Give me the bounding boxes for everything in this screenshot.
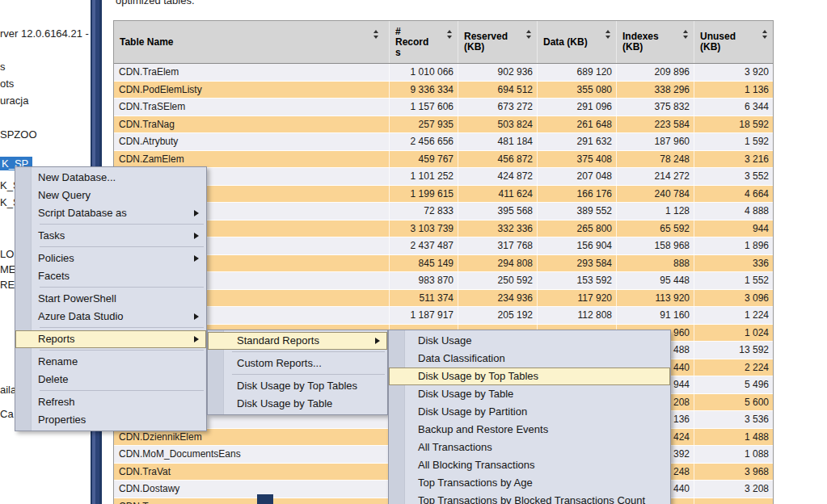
indexes-cell: 375 832: [616, 99, 694, 116]
menu-item-all-transactions[interactable]: All Transactions: [389, 439, 670, 456]
reserved-cell: 317 768: [458, 237, 537, 254]
unused-cell: 3 536: [694, 411, 773, 428]
report-intro-text: optimized tables.: [116, 0, 195, 6]
menu-item-script-database-as[interactable]: Script Database as: [15, 204, 206, 222]
menu-item-tasks[interactable]: Tasks: [15, 227, 206, 245]
tree-node-fragment[interactable]: LO: [0, 248, 14, 261]
records-cell: 1 010 066: [389, 64, 458, 81]
menu-item-label: Data Classification: [418, 350, 670, 368]
unused-cell: 1 224: [694, 307, 773, 324]
ssms-window: K_SP rver 12.0.6164.21 -sotsuracjaSPZOOK…: [0, 0, 827, 504]
reserved-cell: 411 624: [458, 186, 537, 203]
column-header-label: Table Name: [120, 36, 173, 48]
menu-item-new-database[interactable]: New Database...: [15, 169, 206, 187]
indexes-cell: 209 896: [616, 64, 694, 81]
indexes-cell: 338 296: [616, 82, 694, 99]
menu-item-facets[interactable]: Facets: [15, 267, 206, 285]
menu-item-label: Disk Usage by Top Tables: [237, 377, 387, 395]
menu-item-top-transactions-by-age[interactable]: Top Transactions by Age: [389, 474, 670, 492]
menu-item-azure-data-studio[interactable]: Azure Data Studio: [15, 308, 206, 326]
menu-item-label: Azure Data Studio: [38, 308, 206, 326]
menu-item-new-query[interactable]: New Query: [15, 187, 206, 204]
unused-cell: 944: [694, 220, 773, 237]
menu-separator: [40, 224, 204, 225]
table-row: 511 374234 936117 920113 9203 096: [114, 290, 773, 308]
column-header-unused[interactable]: Unused (KB): [694, 21, 773, 63]
submenu-arrow-icon: [194, 233, 199, 239]
menu-item-label: Disk Usage by Partition: [418, 403, 670, 421]
menu-item-data-classification[interactable]: Data Classification: [389, 350, 670, 368]
menu-item-refresh[interactable]: Refresh: [15, 393, 206, 411]
data-cell: 389 552: [537, 203, 616, 220]
menu-item-label: Top Transactions by Blocked Transactions…: [418, 492, 670, 504]
menu-item-backup-and-restore-events[interactable]: Backup and Restore Events: [389, 421, 670, 439]
data-cell: 293 584: [537, 255, 616, 272]
table-row: CDN.PodElemListy9 336 334694 512355 0803…: [114, 82, 773, 99]
menu-item-delete[interactable]: Delete: [15, 371, 206, 388]
table-name-cell: CDN.TraNag: [114, 116, 389, 133]
tree-node-fragment[interactable]: Ca: [0, 408, 14, 421]
column-header-data[interactable]: Data (KB): [537, 21, 616, 63]
unused-cell: 5 600: [694, 394, 773, 411]
menu-item-standard-reports[interactable]: Standard Reports: [208, 332, 387, 350]
table-name-cell: CDN.TraElem: [114, 64, 389, 81]
column-header-label: Indexes (KB): [622, 32, 671, 52]
menu-item-policies[interactable]: Policies: [15, 250, 206, 267]
menu-item-label: New Database...: [38, 169, 206, 187]
table-row: CDN.Atrybuty2 456 656481 184291 632187 9…: [114, 133, 773, 151]
tree-node-fragment[interactable]: SPZOO: [0, 128, 37, 141]
reserved-cell: 205 192: [458, 307, 537, 324]
records-cell: 1 101 252: [389, 168, 458, 185]
menu-separator: [40, 287, 204, 288]
menu-item-label: All Blocking Transactions: [418, 456, 670, 474]
column-header-records[interactable]: # Records: [389, 21, 458, 63]
menu-item-top-transactions-by-blocked-transactions-count[interactable]: Top Transactions by Blocked Transactions…: [389, 492, 670, 504]
records-cell: 72 833: [389, 203, 458, 220]
reserved-cell: 234 936: [458, 290, 537, 307]
records-cell: 3 103 739: [389, 220, 458, 237]
indexes-cell: 95 448: [616, 272, 694, 289]
unused-cell: 3 216: [694, 151, 773, 168]
tree-node-fragment[interactable]: rver 12.0.6164.21 -: [0, 27, 89, 40]
column-header-label: # Records: [395, 27, 429, 58]
menu-item-disk-usage-by-table[interactable]: Disk Usage by Table: [389, 385, 670, 403]
tree-node-fragment[interactable]: s: [0, 61, 6, 74]
reserved-cell: 694 512: [458, 82, 537, 99]
sort-arrows-icon: [526, 30, 531, 39]
menu-item-disk-usage-by-top-tables[interactable]: Disk Usage by Top Tables: [208, 377, 387, 395]
tree-node-fragment[interactable]: uracja: [0, 94, 28, 107]
tree-node-fragment[interactable]: ME: [0, 263, 16, 276]
data-cell: 112 808: [537, 307, 616, 324]
menu-item-properties[interactable]: Properties: [15, 411, 206, 429]
table-row: 1 101 252424 872207 048214 2723 552: [114, 168, 773, 186]
menu-item-all-blocking-transactions[interactable]: All Blocking Transactions: [389, 456, 670, 474]
reserved-cell: 902 936: [458, 64, 537, 81]
tree-node-fragment[interactable]: ots: [0, 78, 14, 90]
table-name-cell: CDN.ZamElem: [114, 151, 389, 168]
data-cell: 156 904: [537, 237, 616, 254]
column-header-indexes[interactable]: Indexes (KB): [616, 21, 694, 63]
standard-reports-submenu: Disk UsageData ClassificationDisk Usage …: [388, 330, 671, 504]
column-header-table-name[interactable]: Table Name: [114, 21, 389, 63]
menu-item-label: Rename: [38, 353, 206, 371]
unused-cell: 2 224: [694, 359, 773, 376]
menu-item-rename[interactable]: Rename: [15, 353, 206, 371]
menu-item-disk-usage-by-top-tables[interactable]: Disk Usage by Top Tables: [389, 368, 670, 385]
indexes-cell: 78 248: [616, 151, 694, 168]
menu-item-start-powershell[interactable]: Start PowerShell: [15, 290, 206, 308]
menu-item-label: Policies: [38, 250, 206, 267]
records-cell: 511 374: [389, 290, 458, 307]
context-menu: New Database...New QueryScript Database …: [15, 166, 207, 431]
sort-arrows-icon: [762, 30, 767, 39]
data-cell: 291 632: [537, 133, 616, 150]
menu-item-reports[interactable]: Reports: [15, 330, 206, 348]
column-header-reserved[interactable]: Reserved (KB): [458, 21, 537, 63]
menu-item-disk-usage[interactable]: Disk Usage: [389, 332, 670, 350]
unused-cell: 3 552: [694, 168, 773, 185]
menu-item-custom-reports[interactable]: Custom Reports...: [208, 355, 387, 372]
submenu-arrow-icon: [194, 210, 199, 216]
menu-item-disk-usage-by-partition[interactable]: Disk Usage by Partition: [389, 403, 670, 421]
menu-item-disk-usage-by-table[interactable]: Disk Usage by Table: [208, 395, 387, 413]
reserved-cell: 456 872: [458, 151, 537, 168]
menu-item-label: Backup and Restore Events: [418, 421, 670, 439]
